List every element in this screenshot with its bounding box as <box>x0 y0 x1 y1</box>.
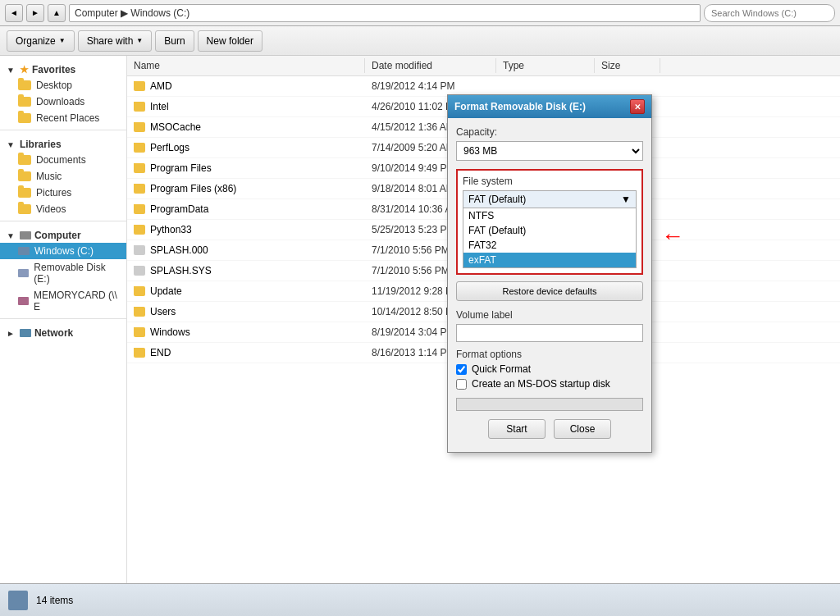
recent-places-folder-icon <box>18 113 31 123</box>
fs-dropdown-arrow: ▼ <box>621 194 631 205</box>
folder-icon <box>134 225 145 235</box>
folder-icon <box>134 122 145 132</box>
up-button[interactable]: ▲ <box>48 4 66 22</box>
sidebar-item-recent-places[interactable]: Recent Places <box>0 110 126 126</box>
capacity-select[interactable]: 963 MB <box>456 141 643 161</box>
start-button-dialog[interactable]: Start <box>488 419 546 439</box>
sidebar-item-desktop[interactable]: Desktop <box>0 77 126 94</box>
file-name-text: PerfLogs <box>150 142 189 153</box>
sidebar-item-windows-c[interactable]: Windows (C:) <box>0 243 126 259</box>
computer-toggle[interactable]: ▼ <box>7 231 15 240</box>
file-system-section: File system FAT (Default) ▼ NTFS FAT (De… <box>456 169 643 275</box>
toolbar: Organize ▼ Share with ▼ Burn New folder <box>0 26 840 56</box>
col-header-date[interactable]: Date modified <box>365 58 496 73</box>
share-dropdown-arrow: ▼ <box>136 37 143 44</box>
format-dialog: Format Removable Disk (E:) ✕ Capacity: 9… <box>447 94 652 453</box>
file-name-cell: Python33 <box>127 222 365 237</box>
dialog-title-bar: Format Removable Disk (E:) ✕ <box>448 95 651 118</box>
music-label: Music <box>36 171 62 182</box>
burn-button[interactable]: Burn <box>155 30 194 52</box>
videos-icon <box>18 204 31 214</box>
quick-format-row: Quick Format <box>456 363 643 375</box>
folder-icon <box>134 204 145 214</box>
file-name-cell: ProgramData <box>127 202 365 217</box>
file-name-text: Program Files (x86) <box>150 183 236 194</box>
sidebar-item-documents[interactable]: Documents <box>0 152 126 168</box>
sidebar-item-videos[interactable]: Videos <box>0 201 126 217</box>
file-name-cell: SPLASH.000 <box>127 243 365 258</box>
favorites-toggle[interactable]: ▼ <box>7 66 15 75</box>
address-path[interactable]: Computer ▶ Windows (C:) <box>69 4 701 22</box>
burn-label: Burn <box>164 35 185 47</box>
file-name-text: Python33 <box>150 224 192 235</box>
file-icon <box>134 266 145 276</box>
fs-option-fat32[interactable]: FAT32 <box>463 238 636 253</box>
sidebar-divider-3 <box>0 318 126 319</box>
documents-icon <box>18 155 31 165</box>
file-list-header: Name Date modified Type Size <box>127 56 840 76</box>
file-name-cell: AMD <box>127 79 365 94</box>
volume-label-input[interactable] <box>456 324 643 342</box>
file-name-text: Users <box>150 306 176 317</box>
path-text: Computer ▶ Windows (C:) <box>75 7 189 19</box>
network-label: Network <box>34 327 73 339</box>
desktop-label: Desktop <box>36 80 72 91</box>
status-icon <box>8 591 28 610</box>
organize-dropdown-arrow: ▼ <box>59 37 66 44</box>
main-layout: ▼ ★ Favorites Desktop Downloads Recent P… <box>0 56 840 583</box>
quick-format-checkbox[interactable] <box>456 364 467 375</box>
share-with-label: Share with <box>87 35 134 47</box>
close-btn-label: Close <box>570 423 596 435</box>
file-size-cell <box>595 84 660 88</box>
pictures-icon <box>18 188 31 198</box>
close-button-dialog[interactable]: Close <box>554 419 611 439</box>
search-input[interactable] <box>704 4 835 22</box>
file-name-cell: Windows <box>127 325 365 340</box>
col-header-size[interactable]: Size <box>595 58 660 73</box>
new-folder-label: New folder <box>207 35 253 47</box>
file-icon <box>134 245 145 255</box>
desktop-folder-icon <box>18 80 31 90</box>
file-name-text: ProgramData <box>150 203 208 215</box>
file-name-cell: Intel <box>127 99 365 114</box>
sidebar-item-removable-e[interactable]: Removable Disk (E:) <box>0 259 126 287</box>
dialog-body: Capacity: 963 MB File system FAT (Defaul… <box>448 118 651 452</box>
file-name-cell: PerfLogs <box>127 140 365 155</box>
windows-c-label: Windows (C:) <box>34 245 94 257</box>
folder-icon <box>134 286 145 296</box>
sidebar-divider-2 <box>0 221 126 221</box>
memorycard-label: MEMORYCARD (\\ E <box>34 290 120 313</box>
sidebar-item-memorycard[interactable]: MEMORYCARD (\\ E <box>0 287 126 315</box>
fs-option-exfat[interactable]: exFAT <box>463 253 636 267</box>
col-header-name[interactable]: Name <box>127 58 365 73</box>
organize-button[interactable]: Organize ▼ <box>7 30 75 52</box>
share-with-button[interactable]: Share with ▼ <box>78 30 153 52</box>
format-options-section: Format options Quick Format Create an MS… <box>456 349 643 390</box>
libraries-toggle[interactable]: ▼ <box>7 140 15 149</box>
ms-dos-checkbox[interactable] <box>456 379 467 390</box>
col-header-type[interactable]: Type <box>496 58 595 73</box>
restore-btn-label: Restore device defaults <box>503 286 597 296</box>
restore-defaults-button[interactable]: Restore device defaults <box>456 281 643 301</box>
new-folder-button[interactable]: New folder <box>198 30 262 52</box>
back-button[interactable]: ◄ <box>5 4 23 22</box>
fs-dropdown-list: NTFS FAT (Default) FAT32 exFAT <box>463 208 636 267</box>
format-options-label: Format options <box>456 349 643 360</box>
folder-icon <box>134 307 145 317</box>
forward-button[interactable]: ► <box>26 4 44 22</box>
fs-dropdown-selected[interactable]: FAT (Default) ▼ <box>463 191 636 208</box>
folder-icon <box>134 184 145 194</box>
fs-option-fat-default[interactable]: FAT (Default) <box>463 223 636 238</box>
fs-option-ntfs[interactable]: NTFS <box>463 208 636 223</box>
file-name-cell: SPLASH.SYS <box>127 263 365 278</box>
network-header: ► Network <box>0 322 126 340</box>
network-toggle[interactable]: ► <box>7 329 15 338</box>
downloads-folder-icon <box>18 97 31 107</box>
file-name-text: AMD <box>150 80 172 92</box>
sidebar-item-music[interactable]: Music <box>0 168 126 185</box>
computer-icon <box>20 231 31 240</box>
dialog-close-button[interactable]: ✕ <box>630 99 645 114</box>
sidebar-item-downloads[interactable]: Downloads <box>0 94 126 110</box>
sidebar-item-pictures[interactable]: Pictures <box>0 185 126 201</box>
libraries-label: Libraries <box>20 139 62 150</box>
